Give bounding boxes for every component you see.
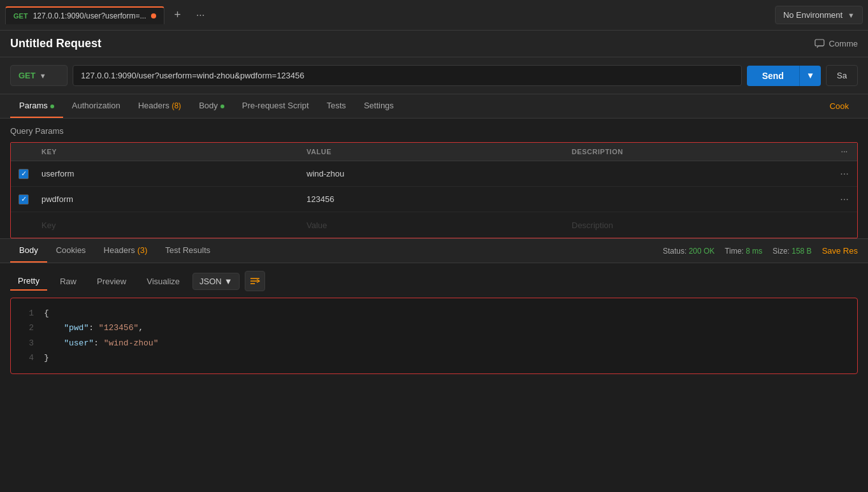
request-title-bar: Untitled Request Comme [0,31,868,57]
time-value: 8 ms [746,247,762,256]
active-tab[interactable]: GET 127.0.0.1:9090/user?userform=... [5,6,164,24]
environment-selector[interactable]: No Environment ▼ [775,6,863,24]
response-tabs-left: Body Cookies Headers (3) Test Results [10,239,219,263]
row2-checkbox-cell[interactable] [11,192,36,207]
col-more-header[interactable]: ··· [832,147,857,157]
resp-view-visualize[interactable]: Visualize [139,273,187,290]
row1-more[interactable]: ··· [832,168,857,180]
tab-method: GET [13,12,28,20]
time-label: Time: 8 ms [725,247,762,256]
placeholder-desc-cell [567,218,832,233]
row2-desc-input[interactable] [567,192,832,206]
tab-url: 127.0.0.1:9090/user?userform=... [33,11,147,20]
tab-modified-dot [151,13,156,18]
row1-checkbox-cell[interactable] [11,166,36,182]
placeholder-checkbox-cell [11,222,36,228]
query-params-label: Query Params [10,126,64,136]
main-content: Untitled Request Comme GET ▼ Send ▼ Sa P… [0,31,868,492]
resp-tab-cookies[interactable]: Cookies [47,239,95,263]
query-params-section: Query Params KEY VALUE DESCRIPTION ··· [0,119,868,238]
row1-desc-input[interactable] [567,166,832,181]
tab-pre-request[interactable]: Pre-request Script [233,94,318,118]
row2-more[interactable]: ··· [832,194,857,205]
tab-cookies-link[interactable]: Cook [821,95,858,117]
tab-authorization[interactable]: Authorization [63,94,129,118]
comment-icon [814,39,825,49]
row2-desc-cell [567,192,832,206]
save-button[interactable]: Sa [826,65,858,86]
send-btn-group: Send ▼ [747,66,821,86]
request-title: Untitled Request [10,37,101,50]
code-line-4: 4 } [18,351,850,365]
format-chevron-icon: ▼ [224,277,233,286]
col-value-header: VALUE [301,147,567,157]
url-bar: GET ▼ Send ▼ Sa [0,57,868,94]
tab-body[interactable]: Body [190,94,233,118]
col-key-header: KEY [36,147,301,157]
placeholder-value-input[interactable] [301,218,567,233]
env-chevron-icon: ▼ [848,11,855,19]
status-value: 200 OK [689,247,715,256]
row1-desc-cell [567,166,832,181]
resp-tab-body[interactable]: Body [10,239,47,263]
add-tab-button[interactable]: + [167,5,187,25]
response-meta: Status: 200 OK Time: 8 ms Size: 158 B Sa… [663,246,858,256]
code-line-3: 3 "user": "wind-zhou" [18,336,850,351]
body-dot [221,105,224,108]
placeholder-value-cell [301,218,567,233]
save-response-button[interactable]: Save Res [822,246,858,256]
row1-value-input[interactable] [301,166,567,181]
table-row-placeholder [11,212,857,238]
more-tabs-button[interactable]: ··· [190,5,210,25]
env-label: No Environment [783,10,843,20]
method-value: GET [18,71,36,80]
row2-key-input[interactable] [36,192,301,206]
wrap-lines-button[interactable] [245,271,265,291]
resp-tab-test-results[interactable]: Test Results [156,239,219,263]
col-description-header: DESCRIPTION [567,147,832,157]
url-input[interactable] [73,65,742,86]
response-toolbar: Pretty Raw Preview Visualize JSON ▼ [10,271,858,291]
tab-settings[interactable]: Settings [355,94,403,118]
placeholder-key-cell [36,218,301,233]
row2-checkbox[interactable] [18,194,29,205]
tab-bar: GET 127.0.0.1:9090/user?userform=... + ·… [0,0,868,31]
row2-value-input[interactable] [301,192,567,206]
comments-label: Comme [828,39,858,48]
resp-view-raw[interactable]: Raw [52,273,84,290]
tab-headers[interactable]: Headers (8) [129,94,190,118]
resp-view-preview[interactable]: Preview [89,273,134,290]
row1-value-cell [301,166,567,181]
resp-tab-headers[interactable]: Headers (3) [95,239,157,263]
status-label: Status: 200 OK [663,247,714,256]
send-dropdown-button[interactable]: ▼ [799,66,821,86]
table-row: ··· [11,187,857,212]
request-tabs-row: Params Authorization Headers (8) Body Pr… [0,94,868,119]
size-label: Size: 158 B [772,247,811,256]
placeholder-desc-input[interactable] [567,218,832,233]
params-table-header: KEY VALUE DESCRIPTION ··· [11,143,857,161]
row2-key-cell [36,192,301,206]
format-selector[interactable]: JSON ▼ [192,273,240,290]
wrap-icon [250,277,260,286]
table-row: ··· [11,161,857,187]
method-selector[interactable]: GET ▼ [10,65,68,86]
tab-tests[interactable]: Tests [318,94,355,118]
method-chevron-icon: ▼ [40,72,47,80]
response-tabs-bar: Body Cookies Headers (3) Test Results St… [0,238,868,263]
tab-bar-left: GET 127.0.0.1:9090/user?userform=... + ·… [5,5,210,25]
comments-button[interactable]: Comme [814,39,858,49]
col-checkbox-header [11,147,36,157]
send-button[interactable]: Send [747,66,799,86]
size-value: 158 B [792,247,811,256]
row1-checkbox[interactable] [18,169,29,179]
response-code-block: 1 { 2 "pwd": "123456", 3 "user": "wind-z… [10,298,858,374]
resp-view-pretty[interactable]: Pretty [10,272,47,291]
code-line-2: 2 "pwd": "123456", [18,321,850,335]
code-line-1: 1 { [18,306,850,321]
row1-key-input[interactable] [36,166,301,181]
tab-params[interactable]: Params [10,94,63,118]
placeholder-key-input[interactable] [36,218,301,233]
svg-rect-0 [815,40,824,46]
row1-key-cell [36,166,301,181]
